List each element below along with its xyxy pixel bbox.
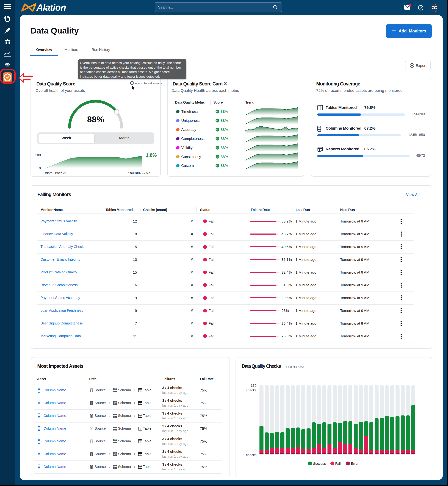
svg-text:?: ?: [420, 6, 422, 10]
